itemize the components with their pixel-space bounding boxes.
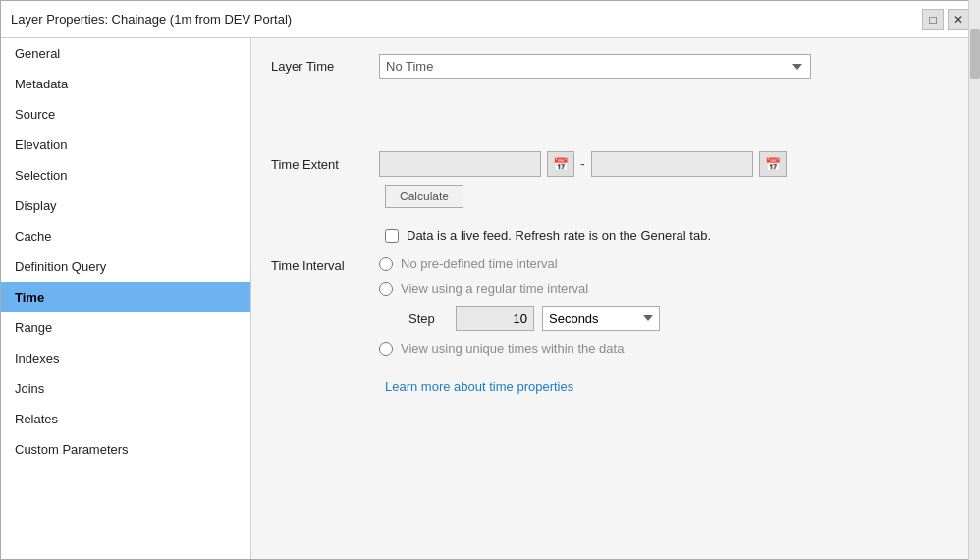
calculate-button[interactable]: Calculate	[385, 185, 463, 208]
calculate-row: Calculate	[271, 185, 959, 218]
time-extent-inputs: 📅 - 📅	[379, 151, 787, 177]
sidebar-item-metadata[interactable]: Metadata	[1, 69, 250, 99]
sidebar-item-relates[interactable]: Relates	[1, 404, 250, 434]
time-extent-label: Time Extent	[271, 157, 379, 172]
radio-regular-row: View using a regular time interval	[379, 281, 660, 296]
sidebar-item-display[interactable]: Display	[1, 191, 250, 221]
main-panel: Layer Time No Time Each feature has a si…	[251, 38, 979, 559]
sidebar-item-custom-parameters[interactable]: Custom Parameters	[1, 434, 250, 465]
sidebar-item-indexes[interactable]: Indexes	[1, 343, 250, 373]
close-button[interactable]: ✕	[948, 9, 969, 30]
sidebar-item-source[interactable]: Source	[1, 99, 250, 130]
date-end-input[interactable]	[591, 151, 753, 177]
seconds-select[interactable]: Seconds Minutes Hours Days Weeks Months …	[542, 306, 660, 331]
radio-unique-label: View using unique times within the data	[401, 341, 624, 356]
layer-time-select[interactable]: No Time Each feature has a single time f…	[379, 54, 811, 79]
date-start-input[interactable]	[379, 151, 541, 177]
radio-unique-row: View using unique times within the data	[379, 341, 660, 356]
title-bar-buttons: □ ✕	[922, 9, 969, 30]
calendar-end-button[interactable]: 📅	[759, 151, 787, 177]
calendar-end-icon: 📅	[765, 157, 781, 172]
time-extent-row: Time Extent 📅 - 📅	[271, 151, 959, 177]
calendar-start-button[interactable]: 📅	[547, 151, 574, 177]
sidebar: General Metadata Source Elevation Select…	[1, 38, 251, 559]
main-scrollbar[interactable]	[968, 38, 979, 559]
sidebar-item-definition-query[interactable]: Definition Query	[1, 252, 250, 282]
live-feed-row: Data is a live feed. Refresh rate is on …	[385, 228, 959, 243]
radio-no-predefined[interactable]	[379, 257, 393, 271]
sidebar-item-elevation[interactable]: Elevation	[1, 130, 250, 160]
window-title: Layer Properties: Chainage (1m from DEV …	[11, 12, 292, 27]
radio-no-predefined-row: No pre-defined time interval	[379, 256, 660, 271]
radio-regular[interactable]	[379, 282, 393, 296]
time-interval-options: No pre-defined time interval View using …	[379, 256, 660, 356]
layer-time-row: Layer Time No Time Each feature has a si…	[271, 54, 959, 79]
step-label: Step	[408, 311, 448, 326]
main-window: Layer Properties: Chainage (1m from DEV …	[0, 0, 980, 560]
learn-more-link[interactable]: Learn more about time properties	[385, 379, 573, 394]
title-bar: Layer Properties: Chainage (1m from DEV …	[1, 1, 979, 38]
radio-regular-label: View using a regular time interval	[401, 281, 588, 296]
time-interval-label: Time Interval	[271, 256, 379, 273]
sidebar-item-cache[interactable]: Cache	[1, 221, 250, 252]
sidebar-item-time[interactable]: Time	[1, 282, 250, 312]
content-area: General Metadata Source Elevation Select…	[1, 38, 979, 559]
live-feed-label: Data is a live feed. Refresh rate is on …	[407, 228, 711, 243]
calendar-start-icon: 📅	[553, 157, 569, 172]
step-input[interactable]	[456, 306, 534, 331]
sidebar-item-general[interactable]: General	[1, 38, 250, 69]
radio-no-predefined-label: No pre-defined time interval	[401, 256, 558, 271]
date-separator: -	[580, 156, 585, 172]
main-scrollbar-thumb[interactable]	[970, 38, 980, 79]
radio-unique[interactable]	[379, 342, 393, 356]
time-interval-row: Time Interval No pre-defined time interv…	[271, 256, 959, 356]
sidebar-item-selection[interactable]: Selection	[1, 160, 250, 191]
live-feed-checkbox[interactable]	[385, 229, 399, 243]
learn-more-row: Learn more about time properties	[271, 369, 959, 394]
sidebar-item-joins[interactable]: Joins	[1, 373, 250, 404]
step-row: Step Seconds Minutes Hours Days Weeks Mo…	[408, 306, 660, 331]
layer-time-label: Layer Time	[271, 59, 379, 74]
sidebar-item-range[interactable]: Range	[1, 312, 250, 343]
layer-time-control: No Time Each feature has a single time f…	[379, 54, 959, 79]
maximize-button[interactable]: □	[922, 9, 944, 30]
